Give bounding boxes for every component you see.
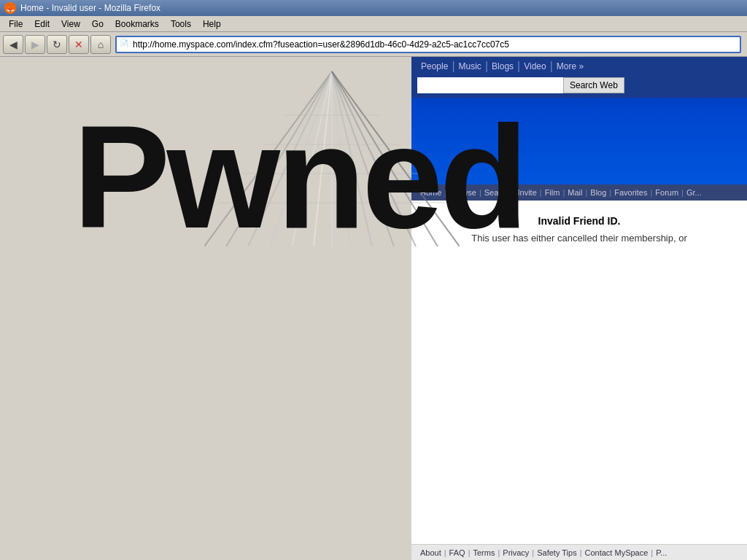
menu-go[interactable]: Go [86, 18, 109, 31]
myspace-header: People | Music | Blogs | Video | More » … [411, 57, 747, 184]
myspace-top-nav: People | Music | Blogs | Video | More » [411, 57, 747, 73]
background-gray [0, 57, 411, 560]
nav-music[interactable]: Music [455, 61, 485, 71]
nav-video[interactable]: Video [520, 61, 549, 71]
nav-film[interactable]: Film [542, 188, 563, 197]
reload-icon: ↻ [53, 39, 61, 50]
browser-content: Pwned [0, 57, 747, 560]
nav-mail[interactable]: Mail [565, 188, 585, 197]
forward-button[interactable]: ▶ [25, 35, 45, 54]
search-button[interactable]: Search Web [563, 77, 624, 93]
address-text: http://home.myspace.com/index.cfm?fuseac… [133, 39, 737, 50]
myspace-footer: About | FAQ | Terms | Privacy | Safety T… [411, 544, 747, 560]
menu-edit[interactable]: Edit [28, 18, 55, 31]
nav-gr[interactable]: Gr... [684, 188, 705, 197]
reload-button[interactable]: ↻ [47, 35, 67, 54]
main-nav: Home | Browse | Search | Invite | Film |… [411, 184, 747, 201]
myspace-search-area: Search Web [411, 73, 747, 98]
titlebar: 🦊 Home - Invalid user - Mozilla Firefox [0, 0, 747, 16]
menu-help[interactable]: Help [197, 18, 227, 31]
nav-search[interactable]: Search [481, 188, 513, 197]
menu-view[interactable]: View [55, 18, 86, 31]
error-title: Invalid Friend ID. [419, 215, 740, 227]
nav-invite[interactable]: Invite [514, 188, 539, 197]
nav-blogs[interactable]: Blogs [488, 61, 517, 71]
myspace-panel: People | Music | Blogs | Video | More » … [411, 57, 747, 560]
footer-safety[interactable]: Safety Tips [534, 548, 579, 557]
toolbar: ◀ ▶ ↻ ✕ ⌂ 📄 http://home.myspace.com/inde… [0, 32, 747, 57]
myspace-content: Invalid Friend ID. This user has either … [411, 201, 747, 492]
search-input[interactable] [417, 77, 563, 93]
menu-bar: File Edit View Go Bookmarks Tools Help [0, 16, 747, 32]
nav-home[interactable]: Home [417, 188, 444, 197]
page-icon: 📄 [120, 39, 130, 50]
back-icon: ◀ [9, 39, 18, 50]
nav-favorites[interactable]: Favorites [611, 188, 650, 197]
back-button[interactable]: ◀ [3, 35, 23, 54]
nav-forum[interactable]: Forum [652, 188, 681, 197]
address-bar[interactable]: 📄 http://home.myspace.com/index.cfm?fuse… [115, 36, 741, 53]
menu-file[interactable]: File [3, 18, 28, 31]
footer-contact[interactable]: Contact MySpace [582, 548, 651, 557]
menu-bookmarks[interactable]: Bookmarks [109, 18, 165, 31]
stop-icon: ✕ [74, 39, 83, 50]
home-icon: ⌂ [98, 39, 104, 50]
footer-faq[interactable]: FAQ [446, 548, 468, 557]
menu-tools[interactable]: Tools [165, 18, 197, 31]
footer-about[interactable]: About [417, 548, 444, 557]
nav-people[interactable]: People [417, 61, 452, 71]
stop-button[interactable]: ✕ [69, 35, 89, 54]
firefox-favicon: 🦊 [4, 2, 16, 14]
window-title: Home - Invalid user - Mozilla Firefox [20, 3, 160, 13]
nav-blog[interactable]: Blog [587, 188, 609, 197]
footer-p[interactable]: P... [653, 548, 670, 557]
nav-browse[interactable]: Browse [446, 188, 479, 197]
home-button[interactable]: ⌂ [90, 35, 111, 54]
footer-terms[interactable]: Terms [470, 548, 498, 557]
nav-more[interactable]: More » [553, 61, 587, 71]
footer-privacy[interactable]: Privacy [500, 548, 532, 557]
error-body: This user has either cancelled their mem… [419, 233, 740, 244]
forward-icon: ▶ [31, 39, 39, 50]
